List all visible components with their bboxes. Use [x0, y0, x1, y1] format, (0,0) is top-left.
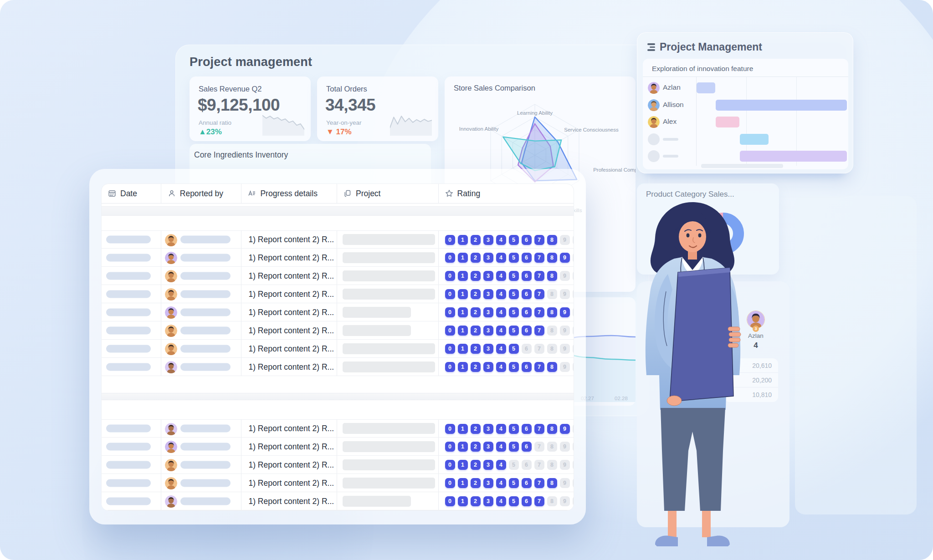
rating-chip-4[interactable]: 4	[496, 496, 506, 506]
rating-chip-4[interactable]: 4	[496, 478, 506, 488]
table-row[interactable]: 1) Report content 2) R...012345678910	[102, 419, 574, 438]
rating-chip-4[interactable]: 4	[496, 326, 506, 336]
rating-chip-3[interactable]: 3	[483, 235, 493, 245]
rating-chip-10[interactable]: 10	[573, 326, 574, 336]
rating-chip-7[interactable]: 7	[534, 460, 544, 470]
rating-chip-5[interactable]: 5	[509, 460, 519, 470]
rating-chip-0[interactable]: 0	[445, 460, 455, 470]
rating-chip-8[interactable]: 8	[547, 289, 557, 299]
rating-chip-6[interactable]: 6	[522, 478, 532, 488]
rating-chip-2[interactable]: 2	[471, 271, 481, 281]
rating-chip-7[interactable]: 7	[534, 442, 544, 452]
rating-chip-10[interactable]: 10	[573, 307, 574, 317]
rating-chip-5[interactable]: 5	[509, 307, 519, 317]
rating-chip-3[interactable]: 3	[483, 289, 493, 299]
rating-chip-4[interactable]: 4	[496, 271, 506, 281]
gantt-bar[interactable]	[740, 151, 847, 162]
rating-chip-1[interactable]: 1	[458, 362, 468, 372]
rating-chip-6[interactable]: 6	[522, 271, 532, 281]
rating-chip-10[interactable]: 10	[573, 496, 574, 506]
rating-chip-4[interactable]: 4	[496, 424, 506, 434]
table-row[interactable]: 1) Report content 2) R...012345678910	[102, 267, 574, 285]
rating-chip-0[interactable]: 0	[445, 344, 455, 354]
rating-chip-4[interactable]: 4	[496, 253, 506, 263]
rating-chip-7[interactable]: 7	[534, 424, 544, 434]
rating-chip-10[interactable]: 10	[573, 289, 574, 299]
rating-chip-8[interactable]: 8	[547, 442, 557, 452]
rating-chip-3[interactable]: 3	[483, 496, 493, 506]
rating-chip-0[interactable]: 0	[445, 478, 455, 488]
rating-chip-7[interactable]: 7	[534, 362, 544, 372]
table-row[interactable]: 1) Report content 2) R...012345678910	[102, 340, 574, 358]
rating-chip-1[interactable]: 1	[458, 424, 468, 434]
table-row[interactable]: 1) Report content 2) R...012345678910	[102, 456, 574, 474]
rating-chip-10[interactable]: 10	[573, 253, 574, 263]
rating-chip-8[interactable]: 8	[547, 362, 557, 372]
rating-chip-4[interactable]: 4	[496, 289, 506, 299]
table-row[interactable]: 1) Report content 2) R...012345678910	[102, 492, 574, 510]
rating-chip-0[interactable]: 0	[445, 326, 455, 336]
rating-chip-3[interactable]: 3	[483, 442, 493, 452]
column-header-reported-by[interactable]: Reported by	[161, 184, 242, 203]
rating-chip-5[interactable]: 5	[509, 478, 519, 488]
column-header-progress-details[interactable]: Progress details	[241, 184, 337, 203]
rating-chip-10[interactable]: 10	[573, 362, 574, 372]
rating-chip-7[interactable]: 7	[534, 253, 544, 263]
rating-chip-2[interactable]: 2	[471, 424, 481, 434]
rating-chip-9[interactable]: 9	[560, 478, 570, 488]
rating-chip-5[interactable]: 5	[509, 424, 519, 434]
rating-chip-10[interactable]: 10	[573, 235, 574, 245]
column-header-project[interactable]: Project	[337, 184, 439, 203]
rating-chip-4[interactable]: 4	[496, 362, 506, 372]
table-row[interactable]: 1) Report content 2) R...012345678910	[102, 358, 574, 376]
rating-chip-8[interactable]: 8	[547, 344, 557, 354]
rating-chip-0[interactable]: 0	[445, 424, 455, 434]
rating-chip-3[interactable]: 3	[483, 326, 493, 336]
rating-chip-5[interactable]: 5	[509, 442, 519, 452]
rating-chip-9[interactable]: 9	[560, 326, 570, 336]
rating-chip-8[interactable]: 8	[547, 253, 557, 263]
rating-chip-4[interactable]: 4	[496, 442, 506, 452]
rating-chip-9[interactable]: 9	[560, 307, 570, 317]
rating-chip-6[interactable]: 6	[522, 424, 532, 434]
gantt-bar[interactable]	[740, 134, 769, 145]
rating-chip-9[interactable]: 9	[560, 460, 570, 470]
rating-chip-0[interactable]: 0	[445, 442, 455, 452]
rating-chip-6[interactable]: 6	[522, 460, 532, 470]
gantt-row[interactable]: Alex	[643, 114, 848, 131]
gantt-row[interactable]: Azlan	[643, 80, 848, 97]
rating-chip-9[interactable]: 9	[560, 235, 570, 245]
rating-chip-9[interactable]: 9	[560, 362, 570, 372]
rating-chip-3[interactable]: 3	[483, 424, 493, 434]
rating-chip-10[interactable]: 10	[573, 478, 574, 488]
rating-chip-1[interactable]: 1	[458, 496, 468, 506]
rating-chip-5[interactable]: 5	[509, 253, 519, 263]
rating-chip-0[interactable]: 0	[445, 496, 455, 506]
rating-chip-4[interactable]: 4	[496, 307, 506, 317]
rating-chip-2[interactable]: 2	[471, 307, 481, 317]
rating-chip-9[interactable]: 9	[560, 271, 570, 281]
column-header-date[interactable]: Date	[102, 184, 161, 203]
rating-chip-6[interactable]: 6	[522, 362, 532, 372]
rating-chip-8[interactable]: 8	[547, 271, 557, 281]
rating-chip-10[interactable]: 10	[573, 424, 574, 434]
gantt-row[interactable]	[643, 131, 848, 148]
rating-chip-0[interactable]: 0	[445, 235, 455, 245]
rating-chip-0[interactable]: 0	[445, 362, 455, 372]
rating-chip-7[interactable]: 7	[534, 307, 544, 317]
rating-chip-5[interactable]: 5	[509, 362, 519, 372]
rating-chip-1[interactable]: 1	[458, 307, 468, 317]
rating-chip-2[interactable]: 2	[471, 344, 481, 354]
rating-chip-7[interactable]: 7	[534, 271, 544, 281]
rating-chip-1[interactable]: 1	[458, 253, 468, 263]
rating-chip-10[interactable]: 10	[573, 442, 574, 452]
rating-chip-7[interactable]: 7	[534, 289, 544, 299]
rating-chip-9[interactable]: 9	[560, 289, 570, 299]
rating-chip-2[interactable]: 2	[471, 442, 481, 452]
rating-chip-0[interactable]: 0	[445, 289, 455, 299]
rating-chip-5[interactable]: 5	[509, 326, 519, 336]
rating-chip-7[interactable]: 7	[534, 478, 544, 488]
rating-chip-1[interactable]: 1	[458, 235, 468, 245]
rating-chip-10[interactable]: 10	[573, 344, 574, 354]
rating-chip-1[interactable]: 1	[458, 460, 468, 470]
